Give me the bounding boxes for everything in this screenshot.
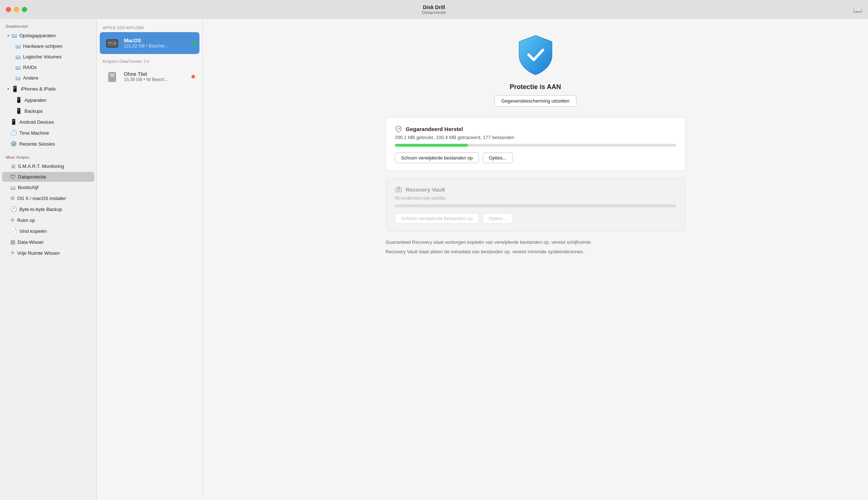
drive-name: MacOS — [124, 38, 188, 43]
recovery-vault-card: Recovery Vault Nt-ondersteunde partitie … — [386, 178, 685, 231]
feature-subtitle: 296,1 MB gebruikt, 100,4 MB getraceerd, … — [395, 135, 676, 140]
minimize-button[interactable] — [14, 7, 19, 12]
traffic-lights — [6, 7, 27, 12]
drive-group-header: APPLE SSD AP0128M — [97, 23, 202, 31]
clean-files-button[interactable]: Schoon verwijderde bestanden op — [395, 153, 479, 163]
sidebar-item-data-wisser[interactable]: ▦ Data-Wisser — [2, 237, 94, 247]
guaranteed-recovery-card: Gegarandeerd Herstel 296,1 MB gebruikt, … — [386, 118, 685, 171]
sidebar-label: RAIDs — [23, 65, 37, 70]
camera-icon — [395, 186, 402, 193]
sidebar-label: Ruim op — [17, 218, 35, 223]
monitor-icon: 🖥 — [10, 163, 16, 169]
svg-point-8 — [397, 189, 400, 191]
progress-bar-fill — [395, 144, 468, 147]
sidebar-item-ruim-op[interactable]: ✛ Ruim op — [2, 215, 94, 225]
options-disabled-button: Opties... — [483, 213, 513, 224]
feature-actions: Schoon verwijderde bestanden op Opties..… — [395, 153, 676, 163]
phone-icon: 📱 — [15, 97, 22, 103]
sidebar-label: Logische Volumes — [23, 54, 62, 59]
drive-subtitle: 121,02 GB • Bescher... — [124, 43, 188, 49]
sidebar-label: Bootschijf — [18, 185, 38, 190]
circle-x-icon: ⊗ — [10, 195, 15, 201]
sidebar-item-smart-monitoring[interactable]: 🖥 S.M.A.R.T. Monitoring — [2, 161, 94, 171]
sidebar-item-backups[interactable]: 📱 Backups — [2, 106, 94, 116]
clock-icon: 🕐 — [10, 206, 17, 212]
shield-svg — [515, 34, 556, 77]
sidebar-label: Recente Sessies — [19, 141, 55, 147]
sidebar-item-apparaten[interactable]: 📱 Apparaten — [2, 95, 94, 105]
sidebar-item-recente-sessies[interactable]: ⚙️ Recente Sessies — [2, 139, 94, 149]
gear-icon: ⚙️ — [10, 141, 17, 147]
progress-bar-bg — [395, 144, 676, 147]
sidebar-label: Andere — [23, 75, 38, 81]
feature-header: Gegarandeerd Herstel — [395, 125, 676, 132]
plus-icon: ✛ — [10, 217, 15, 223]
book-icon[interactable]: 📖 — [853, 5, 862, 14]
drive-status-red — [191, 75, 195, 78]
hdd-icon: 🖴 — [15, 75, 21, 81]
svg-rect-3 — [108, 42, 113, 43]
sidebar-label: Backups — [24, 108, 43, 114]
main-content: Protectie is AAN Gegevensbescherming uit… — [203, 19, 868, 500]
sidebar-label: OS X / macOS installer — [17, 196, 66, 201]
sidebar-item-time-machine[interactable]: 🕐 Time Machine — [2, 128, 94, 138]
drive-status-green — [191, 41, 195, 45]
drive-group-header-kingston: Kingston DataTraveler 3.0 — [97, 55, 202, 65]
maximize-button[interactable] — [22, 7, 27, 12]
svg-point-2 — [114, 42, 116, 45]
sidebar-item-andere[interactable]: 🖴 Andere — [2, 73, 94, 83]
hdd-icon: 🖴 — [15, 43, 21, 49]
drive-item-macos[interactable]: MacOS 121,02 GB • Bescher... — [100, 32, 199, 54]
sidebar-item-dataprotectie[interactable]: 🛡 Dataprotectie — [2, 172, 94, 182]
drive-icon — [104, 35, 120, 51]
sidebar-item-opslagapparaten[interactable]: ▾ 🖴 Opslagapparaten — [2, 30, 94, 41]
shield-container — [515, 34, 556, 78]
sidebar-label: Hardware-schijven — [23, 43, 62, 49]
drive-item-ohne-titel[interactable]: Ohne Titel 15,39 GB • Nt Besch... — [100, 66, 199, 88]
sidebar-item-hardware-schijven[interactable]: 🖴 Hardware-schijven — [2, 41, 94, 51]
clock-icon: 🕐 — [10, 130, 17, 136]
grid-icon: ▦ — [10, 239, 15, 245]
sidebar-item-vind-kopieeen[interactable]: 📄 Vind kopieën — [2, 226, 94, 236]
sidebar-item-bootschijf[interactable]: 🖴 Bootschijf — [2, 182, 94, 192]
sidebar-label: Data-Wisser — [18, 239, 44, 245]
footer-line-1: Guaranteed Recovery slaat verborgen kopi… — [386, 239, 685, 246]
drive-subtitle: 15,39 GB • Nt Besch... — [124, 77, 188, 82]
sidebar-item-logische-volumes[interactable]: 🖴 Logische Volumes — [2, 52, 94, 62]
sidebar-item-android-devices[interactable]: 📱 Android Devices — [2, 117, 94, 127]
hdd-icon: 🖴 — [10, 184, 16, 191]
feature-header: Recovery Vault — [395, 186, 676, 193]
hdd-icon: 🖴 — [11, 32, 17, 39]
sidebar-item-raids[interactable]: 🖴 RAIDs — [2, 62, 94, 72]
sidebar-label: Android Devices — [19, 119, 54, 125]
shield-icon: 🛡 — [10, 174, 16, 180]
svg-rect-4 — [108, 72, 116, 82]
sidebar-label: Dataprotectie — [18, 174, 46, 180]
close-button[interactable] — [6, 7, 11, 12]
drive-info: Ohne Titel 15,39 GB • Nt Besch... — [124, 71, 188, 82]
feature-title: Gegarandeerd Herstel — [406, 126, 463, 132]
drive-icon — [104, 69, 120, 85]
protection-status: Protectie is AAN — [510, 83, 561, 91]
sidebar-item-vrije-ruimte-wissen[interactable]: ✳ Vrije Ruimte Wissen — [2, 248, 94, 258]
hdd-icon: 🖴 — [15, 64, 21, 70]
sidebar-label: Time Machine — [19, 130, 49, 136]
toggle-protection-button[interactable]: Gegevensbescherming uitzetten — [494, 95, 576, 107]
options-button[interactable]: Opties... — [483, 153, 513, 163]
sidebar-section-meer-hulpm: Meer Hulpm. — [0, 149, 96, 161]
feature-subtitle: Nt-ondersteunde partitie — [395, 195, 676, 201]
sidebar: Dataherstel ▾ 🖴 Opslagapparaten 🖴 Hardwa… — [0, 19, 97, 500]
feature-title: Recovery Vault — [406, 186, 445, 193]
app-title: Disk Drill — [422, 4, 446, 10]
svg-point-6 — [111, 79, 113, 80]
sidebar-label: Vind kopieën — [19, 228, 47, 234]
drive-panel: APPLE SSD AP0128M — [97, 19, 203, 500]
footer-text: Guaranteed Recovery slaat verborgen kopi… — [386, 239, 685, 255]
footer-line-2: Recovery Vault slaat alleen de metadata … — [386, 248, 685, 255]
phone-icon: 📱 — [11, 85, 19, 92]
sidebar-item-byte-backup[interactable]: 🕐 Byte-to-byte Backup — [2, 204, 94, 214]
clean-files-disabled-button: Schoon verwijderde bestanden op — [395, 213, 479, 224]
sidebar-item-iphones-ipads[interactable]: ▾ 📱 iPhones & iPads — [2, 84, 94, 94]
sidebar-item-osx-installer[interactable]: ⊗ OS X / macOS installer — [2, 193, 94, 203]
progress-bar-bg-disabled — [395, 204, 676, 207]
